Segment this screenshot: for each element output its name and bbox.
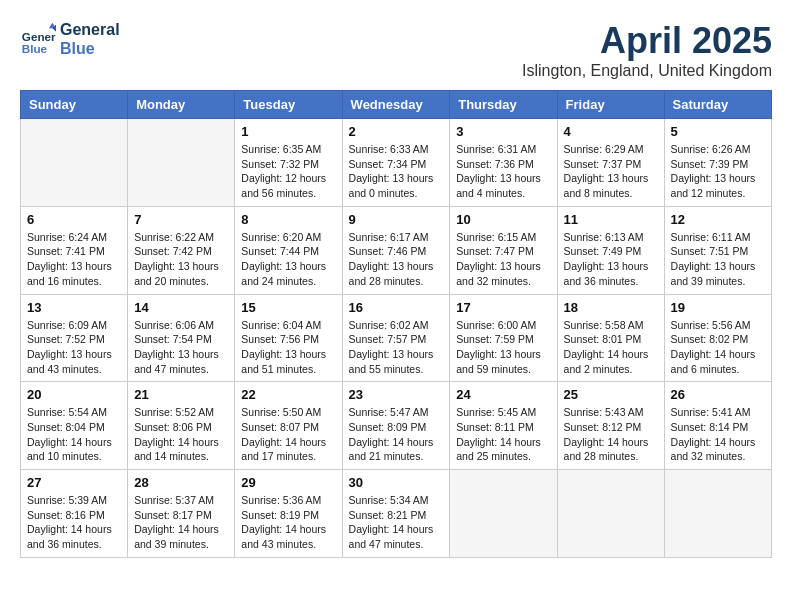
day-info: Sunrise: 5:43 AMSunset: 8:12 PMDaylight:… (564, 405, 658, 464)
calendar-cell: 9Sunrise: 6:17 AMSunset: 7:46 PMDaylight… (342, 206, 450, 294)
day-number: 6 (27, 212, 121, 227)
day-info: Sunrise: 5:56 AMSunset: 8:02 PMDaylight:… (671, 318, 765, 377)
title-section: April 2025 Islington, England, United Ki… (522, 20, 772, 80)
day-number: 1 (241, 124, 335, 139)
day-number: 5 (671, 124, 765, 139)
calendar-cell: 12Sunrise: 6:11 AMSunset: 7:51 PMDayligh… (664, 206, 771, 294)
day-number: 25 (564, 387, 658, 402)
calendar-cell: 14Sunrise: 6:06 AMSunset: 7:54 PMDayligh… (128, 294, 235, 382)
calendar-cell: 24Sunrise: 5:45 AMSunset: 8:11 PMDayligh… (450, 382, 557, 470)
day-number: 3 (456, 124, 550, 139)
day-number: 26 (671, 387, 765, 402)
day-info: Sunrise: 5:58 AMSunset: 8:01 PMDaylight:… (564, 318, 658, 377)
calendar-cell: 23Sunrise: 5:47 AMSunset: 8:09 PMDayligh… (342, 382, 450, 470)
day-info: Sunrise: 6:11 AMSunset: 7:51 PMDaylight:… (671, 230, 765, 289)
calendar-cell: 27Sunrise: 5:39 AMSunset: 8:16 PMDayligh… (21, 470, 128, 558)
day-number: 20 (27, 387, 121, 402)
day-info: Sunrise: 6:00 AMSunset: 7:59 PMDaylight:… (456, 318, 550, 377)
calendar-cell: 16Sunrise: 6:02 AMSunset: 7:57 PMDayligh… (342, 294, 450, 382)
calendar-cell: 4Sunrise: 6:29 AMSunset: 7:37 PMDaylight… (557, 119, 664, 207)
day-info: Sunrise: 5:36 AMSunset: 8:19 PMDaylight:… (241, 493, 335, 552)
calendar-cell: 13Sunrise: 6:09 AMSunset: 7:52 PMDayligh… (21, 294, 128, 382)
calendar-cell: 5Sunrise: 6:26 AMSunset: 7:39 PMDaylight… (664, 119, 771, 207)
day-info: Sunrise: 5:52 AMSunset: 8:06 PMDaylight:… (134, 405, 228, 464)
calendar-cell: 21Sunrise: 5:52 AMSunset: 8:06 PMDayligh… (128, 382, 235, 470)
logo-icon: General Blue (20, 21, 56, 57)
calendar-cell (450, 470, 557, 558)
day-info: Sunrise: 5:39 AMSunset: 8:16 PMDaylight:… (27, 493, 121, 552)
day-info: Sunrise: 5:50 AMSunset: 8:07 PMDaylight:… (241, 405, 335, 464)
day-info: Sunrise: 5:34 AMSunset: 8:21 PMDaylight:… (349, 493, 444, 552)
day-number: 9 (349, 212, 444, 227)
calendar-table: SundayMondayTuesdayWednesdayThursdayFrid… (20, 90, 772, 558)
day-number: 17 (456, 300, 550, 315)
svg-text:Blue: Blue (22, 43, 48, 56)
day-info: Sunrise: 6:35 AMSunset: 7:32 PMDaylight:… (241, 142, 335, 201)
day-info: Sunrise: 6:26 AMSunset: 7:39 PMDaylight:… (671, 142, 765, 201)
column-header-thursday: Thursday (450, 91, 557, 119)
column-header-friday: Friday (557, 91, 664, 119)
calendar-cell: 30Sunrise: 5:34 AMSunset: 8:21 PMDayligh… (342, 470, 450, 558)
calendar-week-row: 13Sunrise: 6:09 AMSunset: 7:52 PMDayligh… (21, 294, 772, 382)
day-number: 23 (349, 387, 444, 402)
day-info: Sunrise: 6:09 AMSunset: 7:52 PMDaylight:… (27, 318, 121, 377)
day-info: Sunrise: 5:54 AMSunset: 8:04 PMDaylight:… (27, 405, 121, 464)
svg-text:General: General (22, 30, 56, 43)
calendar-cell: 19Sunrise: 5:56 AMSunset: 8:02 PMDayligh… (664, 294, 771, 382)
page-header: General Blue General Blue April 2025 Isl… (20, 20, 772, 80)
column-header-monday: Monday (128, 91, 235, 119)
calendar-header-row: SundayMondayTuesdayWednesdayThursdayFrid… (21, 91, 772, 119)
calendar-cell: 15Sunrise: 6:04 AMSunset: 7:56 PMDayligh… (235, 294, 342, 382)
day-info: Sunrise: 5:45 AMSunset: 8:11 PMDaylight:… (456, 405, 550, 464)
day-number: 10 (456, 212, 550, 227)
day-number: 12 (671, 212, 765, 227)
day-number: 30 (349, 475, 444, 490)
calendar-cell: 1Sunrise: 6:35 AMSunset: 7:32 PMDaylight… (235, 119, 342, 207)
calendar-cell (557, 470, 664, 558)
day-number: 19 (671, 300, 765, 315)
day-info: Sunrise: 6:33 AMSunset: 7:34 PMDaylight:… (349, 142, 444, 201)
day-info: Sunrise: 6:22 AMSunset: 7:42 PMDaylight:… (134, 230, 228, 289)
column-header-wednesday: Wednesday (342, 91, 450, 119)
calendar-cell: 26Sunrise: 5:41 AMSunset: 8:14 PMDayligh… (664, 382, 771, 470)
day-info: Sunrise: 6:15 AMSunset: 7:47 PMDaylight:… (456, 230, 550, 289)
day-info: Sunrise: 6:06 AMSunset: 7:54 PMDaylight:… (134, 318, 228, 377)
location-title: Islington, England, United Kingdom (522, 62, 772, 80)
day-number: 22 (241, 387, 335, 402)
calendar-cell: 17Sunrise: 6:00 AMSunset: 7:59 PMDayligh… (450, 294, 557, 382)
day-info: Sunrise: 6:02 AMSunset: 7:57 PMDaylight:… (349, 318, 444, 377)
calendar-cell: 7Sunrise: 6:22 AMSunset: 7:42 PMDaylight… (128, 206, 235, 294)
day-info: Sunrise: 5:37 AMSunset: 8:17 PMDaylight:… (134, 493, 228, 552)
calendar-cell: 20Sunrise: 5:54 AMSunset: 8:04 PMDayligh… (21, 382, 128, 470)
logo: General Blue General Blue (20, 20, 120, 58)
calendar-cell: 2Sunrise: 6:33 AMSunset: 7:34 PMDaylight… (342, 119, 450, 207)
day-info: Sunrise: 6:17 AMSunset: 7:46 PMDaylight:… (349, 230, 444, 289)
calendar-cell: 18Sunrise: 5:58 AMSunset: 8:01 PMDayligh… (557, 294, 664, 382)
calendar-cell (128, 119, 235, 207)
day-number: 2 (349, 124, 444, 139)
day-number: 21 (134, 387, 228, 402)
column-header-sunday: Sunday (21, 91, 128, 119)
logo-line1: General (60, 20, 120, 39)
calendar-week-row: 20Sunrise: 5:54 AMSunset: 8:04 PMDayligh… (21, 382, 772, 470)
day-info: Sunrise: 6:29 AMSunset: 7:37 PMDaylight:… (564, 142, 658, 201)
calendar-week-row: 27Sunrise: 5:39 AMSunset: 8:16 PMDayligh… (21, 470, 772, 558)
logo-line2: Blue (60, 39, 120, 58)
calendar-cell (664, 470, 771, 558)
calendar-cell: 6Sunrise: 6:24 AMSunset: 7:41 PMDaylight… (21, 206, 128, 294)
day-number: 11 (564, 212, 658, 227)
day-info: Sunrise: 6:31 AMSunset: 7:36 PMDaylight:… (456, 142, 550, 201)
day-info: Sunrise: 5:47 AMSunset: 8:09 PMDaylight:… (349, 405, 444, 464)
calendar-week-row: 6Sunrise: 6:24 AMSunset: 7:41 PMDaylight… (21, 206, 772, 294)
day-number: 13 (27, 300, 121, 315)
column-header-saturday: Saturday (664, 91, 771, 119)
calendar-cell: 3Sunrise: 6:31 AMSunset: 7:36 PMDaylight… (450, 119, 557, 207)
day-number: 28 (134, 475, 228, 490)
calendar-cell: 29Sunrise: 5:36 AMSunset: 8:19 PMDayligh… (235, 470, 342, 558)
day-info: Sunrise: 6:20 AMSunset: 7:44 PMDaylight:… (241, 230, 335, 289)
day-number: 16 (349, 300, 444, 315)
day-number: 29 (241, 475, 335, 490)
day-number: 18 (564, 300, 658, 315)
day-info: Sunrise: 6:13 AMSunset: 7:49 PMDaylight:… (564, 230, 658, 289)
day-number: 15 (241, 300, 335, 315)
